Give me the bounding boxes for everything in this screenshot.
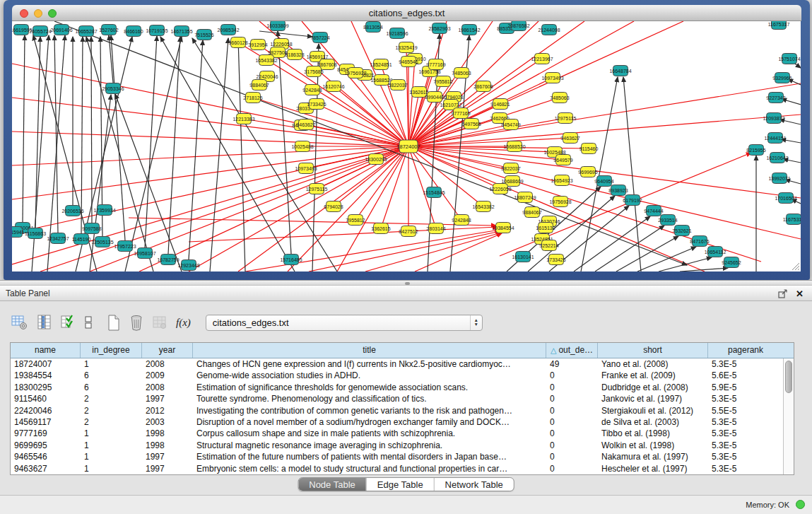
graph-edge[interactable]: [408, 146, 563, 160]
graph-edge[interactable]: [408, 146, 801, 198]
graph-node-label: 12975115: [306, 187, 328, 192]
minimize-window-button[interactable]: [34, 9, 42, 18]
graph-node-label: 8186328: [285, 52, 304, 57]
divider-handle-icon[interactable]: [405, 282, 410, 285]
graph-node-label: 1145190: [72, 237, 91, 242]
column-header-in_degree[interactable]: in_degree: [81, 343, 142, 358]
table-row[interactable]: 911546021997Tourette syndrome. Phenomeno…: [11, 393, 783, 404]
graph-edge[interactable]: [408, 59, 415, 146]
table-cell: Genome-wide association studies in ADHD.: [193, 370, 546, 381]
close-panel-icon[interactable]: ✕: [796, 288, 804, 299]
table-selector-dropdown[interactable]: citations_edges.txt ▲ ▼: [206, 315, 483, 331]
graph-node-label: 13325419: [395, 45, 417, 50]
table-cell: Jankovic et al. (1997): [598, 393, 708, 404]
table-cell: 18300295: [11, 382, 81, 393]
split-pane-divider[interactable]: [0, 280, 812, 286]
table-row[interactable]: 1830029562008Estimation of significance …: [11, 382, 783, 393]
table-cell: Estimation of the future numbers of pati…: [193, 451, 546, 462]
graph-node-label: 1362615: [371, 226, 390, 231]
tab-network-table[interactable]: Network Table: [434, 478, 514, 491]
graph-edge[interactable]: [253, 98, 408, 146]
column-header-pagerank[interactable]: pagerank: [708, 343, 783, 358]
table-cell: 0: [546, 428, 598, 439]
graph-edge[interactable]: [23, 35, 25, 222]
graph-edge[interactable]: [189, 40, 203, 259]
table-row[interactable]: 969969511998Structural magnetic resonanc…: [11, 440, 783, 451]
graph-edge[interactable]: [12, 146, 408, 165]
column-header-short[interactable]: short: [598, 343, 708, 358]
table-row[interactable]: 1938455462009Genome-wide association stu…: [11, 370, 783, 381]
table-row[interactable]: 1872400712008Changes of HCN gene express…: [11, 358, 783, 370]
graph-edge[interactable]: [365, 233, 501, 271]
graph-edge[interactable]: [81, 37, 83, 233]
graph-node-label: 10655287: [75, 29, 97, 34]
graph-node-label: 18724007: [396, 144, 420, 150]
column-header-name[interactable]: name: [11, 343, 81, 358]
zoom-window-button[interactable]: [48, 9, 57, 18]
graph-node-label: 20691406: [50, 28, 72, 33]
graph-edge[interactable]: [125, 37, 182, 271]
create-column-icon[interactable]: [107, 315, 120, 331]
select-columns-icon[interactable]: [61, 315, 75, 330]
table-row[interactable]: 977716911998Corpus callosum shape and si…: [11, 428, 783, 439]
tab-node-table[interactable]: Node Table: [298, 478, 366, 491]
column-header-year[interactable]: year: [142, 343, 193, 358]
graph-edge[interactable]: [259, 31, 312, 37]
table-cell: de Silva et al. (2003): [598, 416, 708, 428]
graph-edge[interactable]: [309, 231, 500, 271]
graph-edge[interactable]: [189, 227, 498, 242]
function-builder-icon[interactable]: f(x): [176, 317, 191, 329]
close-window-button[interactable]: [20, 9, 28, 18]
column-header-out_de[interactable]: △out_de…: [546, 343, 598, 358]
column-header-title[interactable]: title: [193, 343, 546, 358]
graph-node-label: 9777169: [451, 111, 470, 116]
table-cell: Changes of HCN gene expression and I(f) …: [193, 358, 546, 370]
graph-edge[interactable]: [278, 31, 291, 254]
table-row[interactable]: 946362711997Embryonic stem cells: a mode…: [11, 463, 783, 474]
table-row[interactable]: 2242004622012Investigating the contribut…: [11, 405, 783, 416]
graph-node-label: 2718126: [243, 95, 262, 100]
graph-edge[interactable]: [637, 247, 696, 271]
graph-edge[interactable]: [145, 36, 157, 247]
window-resize-grip[interactable]: [789, 259, 800, 271]
table-cell: 5.3E-5: [708, 428, 783, 439]
graph-edge[interactable]: [139, 146, 408, 271]
row-height-icon[interactable]: [84, 315, 93, 330]
table-mode-icon[interactable]: [11, 315, 28, 330]
table-cell: 18724007: [11, 358, 81, 370]
graph-node-label: 9252214: [539, 243, 558, 248]
graph-node-label: 6179197: [623, 198, 642, 203]
table-cell: Wolkin et al. (1998): [598, 440, 708, 451]
table-row[interactable]: 946554611997Estimation of the future num…: [11, 451, 783, 462]
show-columns-icon[interactable]: [37, 315, 52, 330]
dropdown-stepper-icon[interactable]: ▲ ▼: [470, 315, 482, 330]
graph-node-label: 9463627: [560, 136, 579, 141]
network-canvas[interactable]: 1661959524055724206914061065528715276028…: [12, 21, 801, 271]
graph-node-label: 8215955: [746, 148, 765, 153]
window-titlebar[interactable]: citations_edges.txt: [12, 5, 801, 21]
tab-edge-table[interactable]: Edge Table: [366, 478, 434, 491]
table-row[interactable]: 1456911722003Disruption of a novel membe…: [11, 416, 783, 428]
graph-edge[interactable]: [91, 37, 92, 223]
table-cell: 9777169: [11, 428, 81, 439]
network-view-window: citations_edges.txt 16619595240557242069…: [4, 0, 810, 280]
window-title: citations_edges.txt: [12, 5, 801, 21]
float-panel-icon[interactable]: [778, 289, 788, 298]
table-cell: 2: [81, 405, 142, 416]
citation-network-graph[interactable]: 1661959524055724206914061065528715276028…: [12, 21, 801, 271]
table-scrollbar[interactable]: [783, 358, 794, 474]
memory-status-label: Memory: OK: [746, 501, 789, 509]
scrollbar-thumb[interactable]: [785, 361, 792, 393]
table-cell: 1998: [142, 440, 193, 451]
delete-column-trash-icon[interactable]: [129, 315, 143, 331]
graph-edge[interactable]: [86, 37, 153, 271]
graph-edge[interactable]: [12, 146, 408, 199]
graph-node-label: 12444151: [764, 136, 786, 141]
graph-edge[interactable]: [244, 119, 408, 146]
table-cell: 1998: [142, 428, 193, 439]
graph-node-label: 9097588: [82, 226, 101, 231]
table-cell: 1: [81, 440, 142, 451]
table-cell: 5.5E-5: [708, 405, 783, 416]
table-cell: Structural magnetic resonance image aver…: [193, 440, 546, 451]
memory-status-indicator[interactable]: [796, 500, 805, 509]
